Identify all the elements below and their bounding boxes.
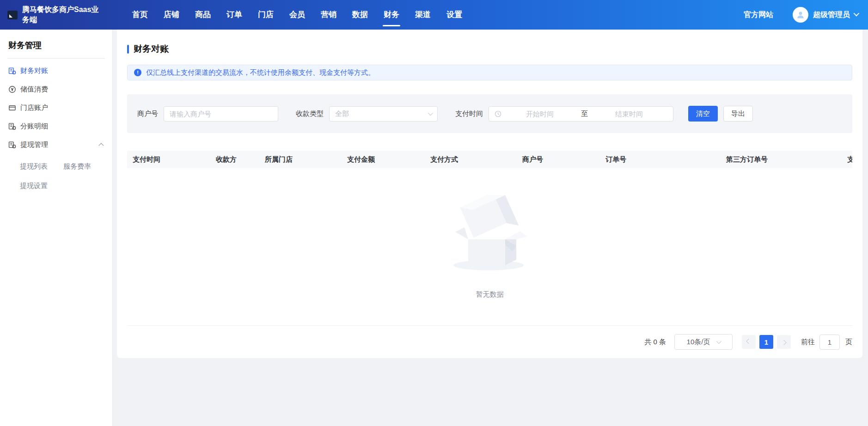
column-header-thirdparty-no: 第三方订单号 [726, 151, 768, 168]
empty-text: 暂无数据 [127, 290, 852, 299]
nav-item-stores[interactable]: 门店 [257, 0, 275, 30]
title-accent-bar [127, 45, 129, 54]
payment-type-label: 收款类型 [296, 110, 324, 118]
end-time-input[interactable] [591, 110, 667, 118]
user-icon [796, 10, 805, 19]
total-count: 共 0 条 [644, 338, 666, 347]
goto-page-unit: 页 [845, 338, 852, 347]
chevron-down-icon [428, 110, 433, 116]
sidebar-item-label: 储值消费 [20, 85, 48, 94]
column-header-pay-method: 支付方式 [430, 151, 458, 168]
nav-item-goods[interactable]: 商品 [194, 0, 212, 30]
empty-box-illustration [451, 195, 529, 273]
sidebar-divider [7, 58, 105, 59]
nav-item-channels[interactable]: 渠道 [414, 0, 432, 30]
avatar[interactable] [793, 7, 808, 23]
sidebar-item-stored-value[interactable]: 储值消费 [8, 80, 104, 98]
next-page-button[interactable] [777, 335, 791, 349]
sidebar-item-label: 分账明细 [20, 122, 48, 131]
sidebar-item-label: 财务对账 [20, 67, 48, 75]
goto-label: 前往 [801, 338, 815, 347]
sidebar-item-split-detail[interactable]: 分账明细 [8, 117, 104, 135]
column-header-clipped: 支付 [847, 151, 852, 168]
topbar-right: 官方网站 超级管理员 [744, 7, 868, 23]
filter-bar: 商户号 收款类型 全部 支付时间 至 清空 导出 [127, 94, 852, 133]
chevron-down-icon[interactable] [854, 10, 860, 16]
top-navigation: 首页 店铺 商品 订单 门店 会员 营销 数据 财务 渠道 设置 [131, 0, 477, 30]
chevron-left-icon [746, 339, 751, 344]
brand-title: 腾马餐饮多商户Saas业务端 [22, 5, 100, 24]
pay-time-label: 支付时间 [455, 110, 483, 118]
sidebar-subitem-withdraw-list[interactable]: 提现列表 [20, 157, 63, 176]
sidebar-item-label: 门店账户 [20, 103, 48, 112]
nav-item-settings[interactable]: 设置 [446, 0, 463, 30]
nav-item-data[interactable]: 数据 [351, 0, 369, 30]
nav-item-marketing[interactable]: 营销 [320, 0, 337, 30]
nav-item-shop[interactable]: 店铺 [163, 0, 180, 30]
payment-type-select[interactable]: 全部 [329, 106, 438, 122]
withdraw-icon [8, 141, 16, 149]
brand: 腾马餐饮多商户Saas业务端 [0, 5, 116, 24]
withdraw-submenu: 提现列表 服务费率 提现设置 [8, 157, 104, 195]
nav-item-orders[interactable]: 订单 [226, 0, 243, 30]
start-time-input[interactable] [501, 110, 578, 118]
sidebar-subitem-withdraw-settings[interactable]: 提现设置 [20, 176, 63, 195]
official-site-link[interactable]: 官方网站 [744, 10, 773, 20]
sidebar-item-label: 提现管理 [20, 140, 48, 149]
nav-item-finance[interactable]: 财务 [383, 0, 400, 30]
main-content-card: 财务对账 ! 仅汇总线上支付渠道的交易流水，不统计使用余额支付、现金支付等方式。… [117, 30, 862, 358]
clock-icon [495, 110, 501, 117]
current-user-name[interactable]: 超级管理员 [813, 10, 850, 20]
prev-page-button[interactable] [742, 335, 756, 349]
chevron-up-icon[interactable] [98, 143, 104, 148]
payment-type-value: 全部 [335, 110, 428, 118]
pagination: 共 0 条 10条/页 1 前往 页 [127, 334, 852, 350]
clear-button[interactable]: 清空 [688, 106, 718, 122]
empty-state: 暂无数据 [127, 168, 852, 299]
column-header-pay-time: 支付时间 [133, 151, 160, 168]
merchant-id-input[interactable] [164, 106, 278, 122]
export-button[interactable]: 导出 [723, 106, 753, 122]
page-title-row: 财务对账 [127, 43, 852, 55]
page-title: 财务对账 [134, 43, 169, 55]
pagination-divider [127, 325, 852, 326]
topbar: 腾马餐饮多商户Saas业务端 首页 店铺 商品 订单 门店 会员 营销 数据 财… [0, 0, 868, 30]
app-logo-icon [7, 11, 18, 19]
pay-time-range-picker[interactable]: 至 [489, 106, 673, 122]
app-root: 腾马餐饮多商户Saas业务端 首页 店铺 商品 订单 门店 会员 营销 数据 财… [0, 0, 868, 426]
goto-page-input[interactable] [819, 335, 840, 350]
nav-item-home[interactable]: 首页 [131, 0, 149, 30]
column-header-order-no: 订单号 [605, 151, 626, 168]
stored-value-icon [8, 85, 16, 93]
table-header-row: 支付时间 收款方 所属门店 支付金额 支付方式 商户号 订单号 第三方订单号 支… [127, 151, 852, 168]
column-header-merchant-id: 商户号 [522, 151, 543, 168]
page-1-button[interactable]: 1 [759, 335, 773, 349]
chevron-right-icon [781, 340, 786, 345]
page-size-select[interactable]: 10条/页 [674, 334, 733, 350]
info-icon: ! [134, 69, 141, 76]
chevron-down-icon [716, 339, 721, 344]
sidebar-subitem-service-rate[interactable]: 服务费率 [63, 157, 104, 176]
merchant-id-label: 商户号 [137, 110, 158, 118]
sidebar-menu: 财务对账 储值消费 门店账户 [8, 61, 104, 154]
sidebar-item-store-account[interactable]: 门店账户 [8, 98, 104, 117]
sidebar-item-reconciliation[interactable]: 财务对账 [8, 61, 104, 80]
store-account-icon [8, 104, 16, 112]
page-size-value: 10条/页 [687, 338, 710, 347]
info-alert: ! 仅汇总线上支付渠道的交易流水，不统计使用余额支付、现金支付等方式。 [127, 65, 852, 80]
nav-item-members[interactable]: 会员 [288, 0, 306, 30]
column-header-amount: 支付金额 [347, 151, 375, 168]
ledger-icon [8, 67, 16, 75]
column-header-payee: 收款方 [216, 151, 237, 168]
sidebar-item-withdraw-management[interactable]: 提现管理 [8, 135, 104, 154]
split-ledger-icon [8, 122, 16, 130]
sidebar: 财务管理 财务对账 储值消费 [0, 30, 113, 426]
range-separator: 至 [578, 110, 591, 118]
info-alert-text: 仅汇总线上支付渠道的交易流水，不统计使用余额支付、现金支付等方式。 [146, 68, 375, 77]
sidebar-title: 财务管理 [8, 40, 104, 51]
column-header-store: 所属门店 [265, 151, 293, 168]
